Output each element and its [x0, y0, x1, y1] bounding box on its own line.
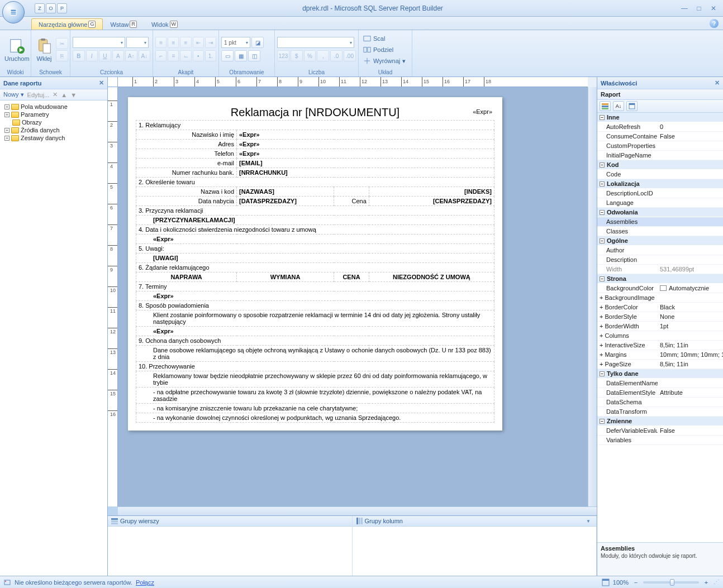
- col-groups-header[interactable]: Grupy kolumn ▼: [353, 516, 597, 527]
- property-grid[interactable]: −Inne AutoRefresh0 ConsumeContaineFalse …: [597, 113, 723, 542]
- props-header: Właściwości ✕: [597, 77, 723, 89]
- tree-item-params[interactable]: +Parametry: [2, 111, 105, 118]
- align-right-button[interactable]: ≡: [180, 37, 191, 48]
- border-color-button[interactable]: ◪: [251, 37, 264, 48]
- svg-rect-10: [364, 47, 367, 52]
- color-swatch: [660, 285, 667, 291]
- inc-decimal-button[interactable]: .0: [330, 50, 343, 61]
- report-title[interactable]: Reklamacja nr [NRDOKUMENTU] «Expr»: [136, 105, 494, 120]
- delete-button[interactable]: ✕: [53, 91, 58, 98]
- tree-item-datasources[interactable]: +Źródła danych: [2, 126, 105, 134]
- app-orb[interactable]: [2, 1, 25, 23]
- vertical-scrollbar[interactable]: [588, 87, 597, 506]
- move-down-button[interactable]: ▼: [70, 92, 77, 98]
- shrink-font-button[interactable]: A↓: [139, 50, 151, 61]
- currency-button[interactable]: $: [291, 50, 303, 61]
- close-button[interactable]: ✕: [707, 4, 720, 13]
- resize-grip[interactable]: ⋰: [714, 579, 720, 586]
- row-groups-header[interactable]: Grupy wierszy: [108, 516, 352, 527]
- panel-close-button[interactable]: ✕: [99, 79, 104, 87]
- align-left-button[interactable]: ≡: [155, 37, 167, 48]
- font-color-button[interactable]: A: [112, 50, 125, 61]
- border-style-button[interactable]: ▭: [221, 50, 234, 61]
- qat-save[interactable]: P: [57, 3, 67, 13]
- report-body[interactable]: Reklamacja nr [NRDOKUMENTU] «Expr» 1. Re…: [128, 97, 502, 431]
- font-family-combo[interactable]: [73, 37, 125, 48]
- dec-decimal-button[interactable]: .00: [344, 50, 356, 61]
- tab-view[interactable]: WidokW: [144, 18, 185, 30]
- run-button[interactable]: Uruchom: [2, 36, 32, 63]
- indent-inc-button[interactable]: ⇥: [205, 37, 216, 48]
- panel-header: Dane raportu ✕: [0, 77, 107, 89]
- font-size-combo[interactable]: [126, 37, 149, 48]
- help-button[interactable]: ?: [710, 19, 719, 28]
- tree-item-datasets[interactable]: +Zestawy danych: [2, 134, 105, 142]
- merge-button[interactable]: Scal: [361, 34, 408, 44]
- zoom-slider[interactable]: [643, 581, 699, 584]
- paste-button[interactable]: Wklej: [34, 36, 55, 63]
- bullets-button[interactable]: •: [193, 50, 204, 61]
- zoom-in-button[interactable]: +: [702, 579, 710, 586]
- valign-bot-button[interactable]: ⌙: [180, 50, 191, 61]
- zoom-out-button[interactable]: −: [632, 579, 640, 586]
- report-table[interactable]: 1. Reklamujący Nazwisko i imię«Expr» Adr…: [136, 120, 494, 423]
- connect-link[interactable]: Połącz: [136, 579, 154, 586]
- canvas[interactable]: Reklamacja nr [NRDOKUMENTU] «Expr» 1. Re…: [118, 87, 588, 506]
- title-expr[interactable]: «Expr»: [473, 108, 492, 115]
- numbering-button[interactable]: 1.: [205, 50, 216, 61]
- valign-mid-button[interactable]: =: [168, 50, 179, 61]
- alphabetical-button[interactable]: A↓: [613, 101, 624, 111]
- edit-button[interactable]: Edytuj...: [27, 92, 50, 98]
- groups-area: Grupy wierszy Grupy kolumn ▼: [108, 515, 597, 576]
- panel-toolbar: Nowy ▾ Edytuj... ✕ ▲ ▼: [0, 89, 107, 101]
- keytip: G: [88, 21, 96, 28]
- svg-rect-18: [602, 103, 608, 105]
- svg-rect-26: [602, 579, 609, 581]
- new-dropdown[interactable]: Nowy ▾: [3, 91, 24, 98]
- props-close-button[interactable]: ✕: [715, 79, 720, 87]
- design-surface: 123456789101112131415161718 123456789101…: [108, 77, 597, 576]
- thousands-button[interactable]: ,: [317, 50, 329, 61]
- align-button[interactable]: Wyrównaj ▾: [361, 56, 408, 66]
- tab-insert[interactable]: WstawR: [103, 18, 144, 30]
- fill-color-button[interactable]: ◫: [248, 50, 260, 61]
- move-up-button[interactable]: ▲: [61, 92, 67, 98]
- valign-top-button[interactable]: ⌐: [155, 50, 167, 61]
- qat-undo[interactable]: Z: [35, 3, 45, 13]
- data-tree[interactable]: +Pola wbudowane +Parametry Obrazy +Źródł…: [0, 101, 107, 576]
- horizontal-scrollbar[interactable]: [118, 506, 597, 515]
- vertical-ruler[interactable]: 12345678910111213141516: [108, 87, 118, 506]
- group-label-views: Widoki: [2, 68, 28, 77]
- placeholder-button[interactable]: 123: [277, 50, 289, 61]
- horizontal-ruler[interactable]: 123456789101112131415161718: [118, 77, 588, 87]
- qat-redo[interactable]: O: [46, 3, 56, 13]
- split-button[interactable]: Podziel: [361, 45, 408, 55]
- italic-button[interactable]: I: [86, 50, 98, 61]
- titlebar: Z O P dprek.rdl - Microsoft SQL Server R…: [0, 0, 723, 17]
- minimize-button[interactable]: —: [678, 4, 691, 13]
- categorized-button[interactable]: [600, 101, 611, 111]
- indent-dec-button[interactable]: ⇤: [193, 37, 204, 48]
- bold-button[interactable]: B: [73, 50, 85, 61]
- underline-button[interactable]: U: [99, 50, 111, 61]
- design-view-icon[interactable]: [602, 579, 610, 586]
- align-center-button[interactable]: ≡: [168, 37, 179, 48]
- cut-button[interactable]: ✂: [56, 38, 68, 49]
- maximize-button[interactable]: □: [693, 4, 705, 13]
- svg-rect-7: [41, 39, 45, 41]
- copy-button[interactable]: ⎘: [56, 50, 68, 61]
- tree-item-builtin[interactable]: +Pola wbudowane: [2, 103, 105, 111]
- property-pages-button[interactable]: [626, 101, 638, 111]
- grow-font-button[interactable]: A↑: [125, 50, 137, 61]
- border-preset-button[interactable]: ▦: [235, 50, 247, 61]
- groups-dropdown[interactable]: ▼: [584, 519, 593, 524]
- folder-icon: [11, 112, 19, 118]
- keytip: R: [130, 21, 137, 28]
- percent-button[interactable]: %: [304, 50, 316, 61]
- tree-item-images[interactable]: Obrazy: [2, 118, 105, 126]
- tab-home[interactable]: Narzędzia główneG: [31, 18, 103, 30]
- number-format-combo[interactable]: [277, 37, 354, 48]
- border-width-combo[interactable]: 1 pkt: [221, 37, 250, 48]
- col-groups-body[interactable]: [353, 527, 597, 576]
- row-groups-body[interactable]: [108, 527, 352, 576]
